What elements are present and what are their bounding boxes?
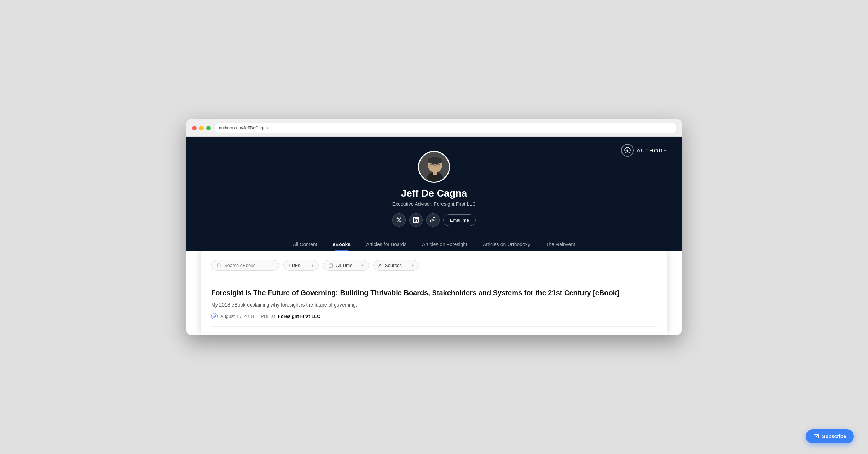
avatar (418, 151, 450, 183)
search-input[interactable] (224, 263, 274, 268)
dot-green (206, 126, 211, 130)
source-filter[interactable]: All Sources ▾ (373, 260, 419, 271)
tab-articles-boards[interactable]: Articles for Boards (358, 237, 414, 251)
link-button[interactable] (426, 213, 440, 227)
article-date: August 15, 2018 (220, 314, 254, 319)
address-bar[interactable]: authory.com/JeffDeCagna (215, 123, 676, 133)
tab-articles-orthodoxy[interactable]: Articles on Orthodoxy (475, 237, 538, 251)
author-name: Jeff De Cagna (401, 188, 467, 199)
address-text: authory.com/JeffDeCagna (219, 126, 268, 130)
authory-logo-small: A (211, 313, 218, 319)
source-filter-label: All Sources (378, 263, 402, 268)
nav-tabs: All Content eBooks Articles for Boards A… (278, 237, 590, 251)
type-filter[interactable]: PDFs ▾ (283, 260, 319, 271)
time-filter-label: All Time (336, 263, 352, 268)
subscribe-button[interactable]: Subscribe (806, 429, 854, 443)
tab-ebooks[interactable]: eBooks (325, 237, 358, 251)
article-type: PDF at (261, 314, 275, 319)
hero-section: FORESIGHTFIRST A AUTHORY (186, 137, 682, 251)
dot-yellow (199, 126, 204, 130)
time-filter[interactable]: All Time ▾ (323, 260, 369, 271)
linkedin-button[interactable] (409, 213, 423, 227)
type-filter-label: PDFs (289, 263, 300, 268)
browser-dots (192, 126, 211, 130)
browser-window: authory.com/JeffDeCagna FORESIGHTFIRST A… (186, 119, 682, 335)
svg-rect-11 (329, 264, 333, 268)
source-chevron-icon: ▾ (412, 263, 414, 267)
subscribe-label: Subscribe (822, 433, 846, 439)
browser-chrome: authory.com/JeffDeCagna (186, 119, 682, 137)
search-icon (216, 263, 221, 268)
tab-all-content[interactable]: All Content (285, 237, 325, 251)
svg-rect-9 (433, 171, 437, 175)
social-links: Email me (392, 213, 476, 227)
svg-text:A: A (213, 315, 215, 317)
article-separator: · (257, 314, 258, 319)
time-chevron-icon: ▾ (362, 263, 364, 267)
hero-content: Jeff De Cagna Executive Advisor, Foresig… (186, 147, 682, 251)
article-title[interactable]: Foresight is The Future of Governing: Bu… (211, 288, 657, 298)
email-button[interactable]: Email me (443, 214, 476, 226)
type-chevron-icon: ▾ (312, 263, 313, 267)
article-description: My 2018 eBook explaining why foresight i… (211, 301, 657, 309)
svg-point-5 (428, 157, 442, 164)
tab-articles-foresight[interactable]: Articles on Foresight (414, 237, 475, 251)
dot-red (192, 126, 197, 130)
content-area: PDFs ▾ All Time ▾ All Sources ▾ Foresig (201, 251, 667, 335)
article-item: Foresight is The Future of Governing: Bu… (211, 281, 657, 327)
search-wrapper[interactable] (211, 260, 279, 271)
tab-reinvent[interactable]: The Reinvent (538, 237, 583, 251)
article-meta: A August 15, 2018 · PDF at Foresight Fir… (211, 313, 657, 319)
twitter-button[interactable] (392, 213, 406, 227)
envelope-icon (814, 433, 819, 439)
filter-bar: PDFs ▾ All Time ▾ All Sources ▾ (211, 260, 657, 271)
article-source[interactable]: Foresight First LLC (278, 314, 320, 319)
calendar-icon (328, 263, 333, 268)
author-title: Executive Advisor, Foresight First LLC (392, 201, 476, 207)
